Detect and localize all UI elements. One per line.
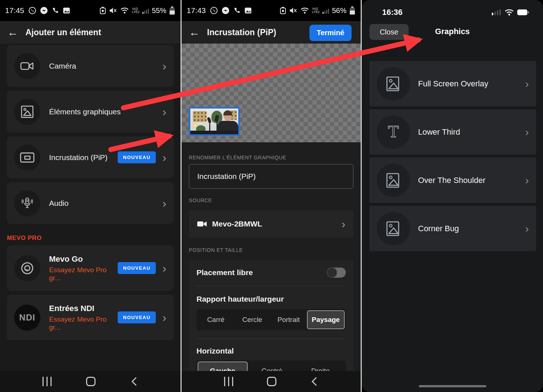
signal-icon <box>322 7 329 14</box>
aspect-ratio-label: Rapport hauteur/largeur <box>196 295 346 303</box>
list-item-label: Entrées NDI <box>49 304 118 313</box>
list-item-label: Mevo Go <box>49 254 118 264</box>
home-indicator[interactable] <box>419 385 486 387</box>
whatsapp-icon <box>210 6 218 15</box>
chevron-right-icon: › <box>162 197 166 209</box>
list-item-over-the-shoulder[interactable]: Over The Shoulder › <box>369 158 536 203</box>
list-item-audio[interactable]: Audio › <box>7 182 174 224</box>
transparency-preview[interactable] <box>182 44 361 142</box>
wifi-icon <box>120 7 129 15</box>
list-item-pip[interactable]: Incrustation (PiP) NOUVEAU › <box>7 136 174 178</box>
position-size-label: POSITION ET TAILLE <box>189 247 243 253</box>
list-item-subtitle: Essayez Mevo Pro gr... <box>49 315 118 331</box>
list-item-camera[interactable]: Caméra › <box>7 45 174 87</box>
graphics-nav: Close Graphics <box>362 23 543 42</box>
image-icon <box>19 103 36 120</box>
battery-icon <box>169 6 175 15</box>
back-arrow-icon[interactable]: ← <box>7 26 25 38</box>
acoustic-panel <box>193 111 207 122</box>
source-value: Mevo-2BMWL <box>212 220 341 228</box>
aspect-option-carre[interactable]: Carré <box>198 310 234 329</box>
done-button[interactable]: Terminé <box>309 25 352 41</box>
list-item-label: Incrustation (PiP) <box>49 153 118 162</box>
list-item-graphics[interactable]: Éléments graphiques › <box>7 91 174 132</box>
chevron-right-icon: › <box>525 175 529 186</box>
chevron-right-icon: › <box>162 152 166 163</box>
signal-icon <box>142 7 149 14</box>
back-arrow-icon[interactable]: ← <box>189 26 207 38</box>
chevron-right-icon: › <box>162 60 166 72</box>
pip-editor-header: ← Incrustation (PiP) Terminé <box>182 21 361 44</box>
position-size-card: Placement libre Rapport hauteur/largeur … <box>189 260 353 371</box>
list-item-label: Audio <box>49 199 162 208</box>
aspect-option-paysage[interactable]: Paysage <box>307 310 345 329</box>
chevron-right-icon: › <box>525 223 529 234</box>
battery-percent: 55% <box>152 7 166 15</box>
image-icon <box>384 219 403 238</box>
panel-pip-editor: 17:43 Vo)) LTE2 56% ← <box>182 0 361 392</box>
status-time: 17:43 <box>187 6 206 15</box>
battery-icon <box>517 9 529 16</box>
signal-icon <box>492 9 501 15</box>
home-button[interactable] <box>86 377 96 386</box>
android-status-bar: 17:43 Vo)) LTE2 56% <box>182 0 361 21</box>
chevron-right-icon: › <box>525 78 529 90</box>
chevron-right-icon: › <box>162 106 166 118</box>
camera-icon <box>19 58 36 74</box>
wifi-icon <box>504 9 514 16</box>
image-icon <box>384 74 403 93</box>
svg-text:T: T <box>388 123 398 141</box>
android-status-bar: 17:45 Vo)) LTE2 55% <box>0 0 181 21</box>
horizontal-label: Horizontal <box>196 347 346 355</box>
nouveau-badge: NOUVEAU <box>118 151 156 163</box>
image-icon <box>384 171 403 190</box>
free-placement-toggle[interactable] <box>327 268 346 278</box>
list-item-label: Caméra <box>49 62 162 70</box>
nouveau-badge: NOUVEAU <box>118 311 156 323</box>
battery-icon <box>349 6 356 15</box>
list-item-label: Full Screen Overlay <box>418 79 525 89</box>
text-icon: T <box>384 123 403 142</box>
list-item-ndi[interactable]: NDI Entrées NDI Essayez Mevo Pro gr... N… <box>7 295 174 340</box>
aspect-option-cercle[interactable]: Cercle <box>234 310 270 329</box>
source-label: SOURCE <box>189 197 212 203</box>
gallery-icon <box>244 6 252 15</box>
android-nav-bar <box>182 371 361 392</box>
phone-icon <box>233 7 241 15</box>
list-item-full-screen-overlay[interactable]: Full Screen Overlay › <box>369 61 536 106</box>
pip-video-thumbnail[interactable] <box>189 107 240 136</box>
list-item-label: Corner Bug <box>418 224 525 233</box>
aspect-option-portrait[interactable]: Portrait <box>271 310 307 329</box>
rename-label: RENOMMER L'ÉLÉMENT GRAPHIQUE <box>189 155 286 160</box>
recents-button[interactable] <box>224 377 233 386</box>
source-row[interactable]: Mevo-2BMWL › <box>189 210 353 238</box>
panel-graphics-picker: 16:36 Close Graphics Full Screen Overlay… <box>362 0 543 392</box>
sheet-title: Graphics <box>362 27 543 36</box>
chevron-right-icon: › <box>525 126 529 138</box>
list-item-lower-third[interactable]: T Lower Third › <box>369 109 536 155</box>
mute-icon <box>289 7 297 15</box>
panel-separator <box>361 0 362 392</box>
list-item-label: Lower Third <box>418 127 525 137</box>
battery-saver-icon <box>280 7 286 15</box>
network-label: Vo)) LTE2 <box>132 7 139 14</box>
network-label: Vo)) LTE2 <box>312 7 320 14</box>
whatsapp-icon <box>28 6 37 15</box>
recents-button[interactable] <box>42 377 52 386</box>
status-time: 17:45 <box>5 6 24 15</box>
nouveau-badge: NOUVEAU <box>118 262 156 274</box>
status-time: 16:36 <box>382 8 402 17</box>
back-button[interactable] <box>310 376 318 387</box>
free-placement-label: Placement libre <box>196 268 253 277</box>
mevo-lens-icon <box>18 259 36 277</box>
phone-icon <box>51 7 59 15</box>
ndi-logo-icon: NDI <box>19 313 35 323</box>
list-item-mevo-go[interactable]: Mevo Go Essayez Mevo Pro gr... NOUVEAU › <box>7 245 174 291</box>
back-button[interactable] <box>130 376 138 387</box>
list-item-corner-bug[interactable]: Corner Bug › <box>369 206 536 251</box>
messenger-icon <box>221 6 230 15</box>
pip-icon <box>19 149 36 166</box>
rename-input[interactable] <box>189 164 353 189</box>
list-item-subtitle: Essayez Mevo Pro gr... <box>49 266 118 282</box>
home-button[interactable] <box>267 377 276 386</box>
